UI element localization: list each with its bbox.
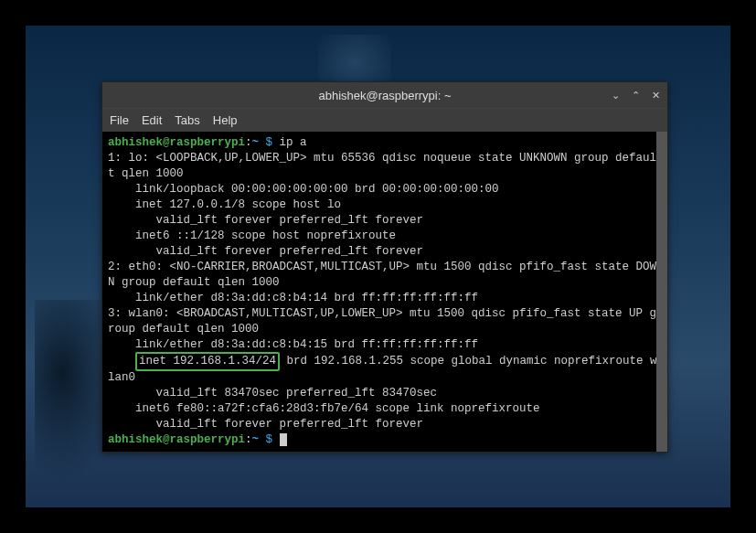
command-text: ip a	[280, 136, 307, 149]
output-line: inet6 fe80::a72f:cfa6:28d3:fb7e/64 scope…	[108, 401, 662, 417]
output-line: inet 127.0.0.1/8 scope host lo	[108, 197, 662, 213]
output-line: inet6 ::1/128 scope host noprefixroute	[108, 229, 662, 244]
prompt-user: abhishek@raspberrypi	[108, 433, 245, 446]
menubar: File Edit Tabs Help	[102, 108, 667, 132]
close-icon[interactable]: ✕	[649, 90, 662, 101]
menu-edit[interactable]: Edit	[142, 113, 162, 127]
output-line-highlighted: inet 192.168.1.34/24 brd 192.168.1.255 s…	[108, 353, 662, 386]
output-line: valid_lft forever preferred_lft forever	[108, 213, 662, 229]
output-line: 1: lo: <LOOPBACK,UP,LOWER_UP> mtu 65536 …	[108, 151, 662, 182]
minimize-icon[interactable]: ⌄	[609, 90, 622, 101]
output-line: 3: wlan0: <BROADCAST,MULTICAST,UP,LOWER_…	[108, 306, 662, 337]
output-line: valid_lft forever preferred_lft forever	[108, 244, 662, 260]
menu-file[interactable]: File	[110, 113, 129, 127]
prompt-user: abhishek@raspberrypi	[108, 136, 245, 149]
output-line: link/loopback 00:00:00:00:00:00 brd 00:0…	[108, 182, 662, 197]
output-line: link/ether d8:3a:dd:c8:b4:14 brd ff:ff:f…	[108, 291, 662, 306]
terminal-cursor	[280, 433, 287, 446]
prompt-path: ~	[252, 433, 260, 446]
prompt-line-1: abhishek@raspberrypi:~ $ ip a	[108, 135, 662, 151]
prompt-symbol: $	[266, 433, 273, 446]
window-title: abhishek@raspberrypi: ~	[318, 89, 451, 102]
menu-tabs[interactable]: Tabs	[175, 113, 199, 127]
output-line: 2: eth0: <NO-CARRIER,BROADCAST,MULTICAST…	[108, 260, 662, 291]
terminal-content[interactable]: abhishek@raspberrypi:~ $ ip a 1: lo: <LO…	[102, 132, 667, 452]
maximize-icon[interactable]: ⌃	[629, 90, 642, 101]
prompt-path: ~	[252, 136, 260, 149]
output-line: valid_lft 83470sec preferred_lft 83470se…	[108, 386, 662, 401]
output-line: link/ether d8:3a:dd:c8:b4:15 brd ff:ff:f…	[108, 337, 662, 353]
window-titlebar[interactable]: abhishek@raspberrypi: ~ ⌄ ⌃ ✕	[102, 82, 667, 108]
scrollbar[interactable]	[656, 132, 667, 452]
terminal-window: abhishek@raspberrypi: ~ ⌄ ⌃ ✕ File Edit …	[101, 81, 668, 453]
window-controls: ⌄ ⌃ ✕	[609, 90, 662, 101]
output-line: valid_lft forever preferred_lft forever	[108, 417, 662, 432]
menu-help[interactable]: Help	[213, 113, 238, 127]
prompt-symbol: $	[266, 136, 273, 149]
ip-address-highlight: inet 192.168.1.34/24	[135, 352, 280, 371]
scrollbar-thumb[interactable]	[656, 132, 667, 452]
prompt-line-2: abhishek@raspberrypi:~ $	[108, 432, 662, 448]
